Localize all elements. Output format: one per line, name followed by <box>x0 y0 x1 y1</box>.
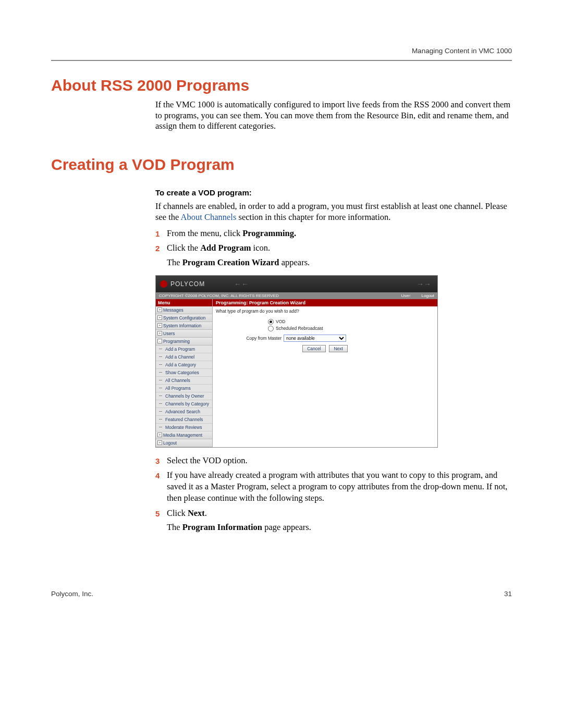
app-menu: Menu Messages System Configuration Syste… <box>156 299 213 447</box>
menu-channels-by-category[interactable]: Channels by Category <box>156 400 212 408</box>
menu-all-programs[interactable]: All Programs <box>156 385 212 392</box>
section1-body: If the VMC 1000 is automatically configu… <box>155 100 512 132</box>
copy-from-master-label: Copy from Master <box>237 336 282 341</box>
logout-link[interactable]: Logout <box>422 293 434 298</box>
page-number: 31 <box>504 590 512 598</box>
intro-paragraph: If channels are enabled, in order to add… <box>155 201 512 223</box>
header-rule <box>51 60 512 61</box>
option-scheduled[interactable]: Scheduled Rebroadcast <box>268 326 434 331</box>
menu-system-information[interactable]: System Information <box>156 322 212 330</box>
option-scheduled-label: Scheduled Rebroadcast <box>276 326 323 331</box>
running-header: Managing Content in VMC 1000 <box>51 47 512 55</box>
menu-add-program[interactable]: Add a Program <box>156 346 212 353</box>
step-3-text: Select the VOD option. <box>167 455 512 466</box>
brand-text: POLYCOM <box>170 280 205 288</box>
note-program-info: The Program Information page appears. <box>167 522 512 533</box>
wizard-screenshot: POLYCOM ←← →→ COPYRIGHT ©2008 POLYCOM, I… <box>155 275 438 448</box>
step-4: 4 If you have already created a program … <box>155 470 512 504</box>
step-number: 1 <box>155 229 167 239</box>
footer-left: Polycom, Inc. <box>51 590 93 598</box>
steps-list-b: 3 Select the VOD option. 4 If you have a… <box>155 455 512 519</box>
menu-messages[interactable]: Messages <box>156 306 212 314</box>
app-banner: POLYCOM ←← →→ <box>156 276 437 292</box>
menu-add-category[interactable]: Add a Category <box>156 361 212 369</box>
step-2-pre: Click the <box>167 243 200 253</box>
menu-programming[interactable]: Programming <box>156 338 212 346</box>
radio-scheduled-icon[interactable] <box>268 326 274 331</box>
step-number: 2 <box>155 243 167 254</box>
step-number: 3 <box>155 456 167 466</box>
note-a-pre: The <box>167 257 182 267</box>
note-b-bold: Program Information <box>182 522 262 532</box>
note-a-bold: Program Creation Wizard <box>182 257 279 267</box>
menu-show-categories[interactable]: Show Categories <box>156 369 212 377</box>
step-2-bold: Add Program <box>200 243 251 253</box>
menu-users[interactable]: Users <box>156 330 212 338</box>
step-5-post: . <box>205 508 207 518</box>
option-vod[interactable]: VOD <box>268 319 434 325</box>
note-wizard-appears: The Program Creation Wizard appears. <box>167 257 512 268</box>
heading-creating-vod: Creating a VOD Program <box>51 156 512 174</box>
heading-about-rss: About RSS 2000 Programs <box>51 77 512 94</box>
cancel-button[interactable]: Cancel <box>302 345 325 352</box>
wizard-question: What type of program do you wish to add? <box>216 309 434 314</box>
step-3: 3 Select the VOD option. <box>155 455 512 466</box>
menu-media-management[interactable]: Media Management <box>156 431 212 439</box>
option-vod-label: VOD <box>276 319 285 324</box>
step-1: 1 From the menu, click Programming. <box>155 228 512 239</box>
step-1-bold: Programming. <box>242 228 296 238</box>
wizard-title: Programming: Program Creation Wizard <box>213 299 437 306</box>
step-5-pre: Click <box>167 508 188 518</box>
step-number: 5 <box>155 509 167 519</box>
menu-all-channels[interactable]: All Channels <box>156 377 212 385</box>
polycom-logo-icon <box>160 280 167 288</box>
note-b-pre: The <box>167 522 182 532</box>
copyright-text: COPYRIGHT ©2008 POLYCOM, INC. ALL RIGHTS… <box>159 293 279 298</box>
note-b-post: page appears. <box>262 522 311 532</box>
nav-back-icon[interactable]: ←← <box>234 280 249 288</box>
menu-advanced-search[interactable]: Advanced Search <box>156 408 212 416</box>
note-a-post: appears. <box>279 257 310 267</box>
radio-vod-icon[interactable] <box>268 319 274 325</box>
step-2: 2 Click the Add Program icon. <box>155 242 512 254</box>
steps-list-a: 1 From the menu, click Programming. 2 Cl… <box>155 228 512 254</box>
nav-forward-icon[interactable]: →→ <box>417 280 431 288</box>
menu-header: Menu <box>156 299 212 306</box>
step-1-pre: From the menu, click <box>167 228 242 238</box>
menu-featured-channels[interactable]: Featured Channels <box>156 416 212 424</box>
user-label: User: <box>401 293 411 298</box>
step-5-bold: Next <box>188 508 205 518</box>
copy-from-master-select[interactable]: none available <box>284 335 346 342</box>
menu-logout[interactable]: Logout <box>156 439 212 447</box>
step-4-text: If you have already created a program wi… <box>167 470 512 504</box>
subhead-to-create: To create a VOD program: <box>155 188 512 197</box>
next-button[interactable]: Next <box>329 345 347 352</box>
link-about-channels[interactable]: About Channels <box>181 212 237 222</box>
step-number: 4 <box>155 471 167 481</box>
step-5: 5 Click Next. <box>155 508 512 519</box>
menu-system-configuration[interactable]: System Configuration <box>156 314 212 322</box>
menu-channels-by-owner[interactable]: Channels by Owner <box>156 392 212 400</box>
intro-after: section in this chapter for more informa… <box>236 212 390 222</box>
app-copyright-bar: COPYRIGHT ©2008 POLYCOM, INC. ALL RIGHTS… <box>156 292 437 299</box>
menu-add-channel[interactable]: Add a Channel <box>156 353 212 361</box>
step-2-post: icon. <box>251 243 270 253</box>
menu-moderate-reviews[interactable]: Moderate Reviews <box>156 424 212 431</box>
